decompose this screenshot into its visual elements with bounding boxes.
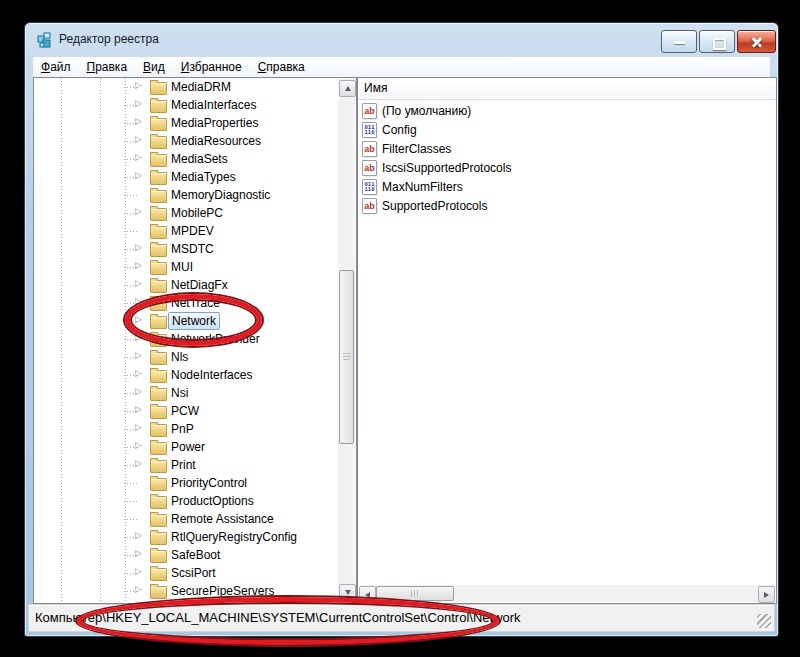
folder-icon (150, 316, 167, 329)
tree-item[interactable]: ▷Nls (34, 348, 338, 366)
folder-icon (150, 244, 167, 257)
expand-arrow-icon[interactable]: ▷ (135, 422, 142, 432)
expand-arrow-icon[interactable]: ▷ (135, 260, 142, 270)
expand-arrow-icon[interactable]: ▷ (135, 170, 142, 180)
folder-icon (150, 406, 167, 419)
expand-arrow-icon[interactable]: ▷ (135, 458, 142, 468)
tree-item[interactable]: ▷MediaInterfaces (34, 96, 338, 114)
menu-item[interactable]: Правка (79, 57, 136, 77)
menu-item[interactable]: Вид (135, 57, 173, 77)
title-bar[interactable]: Редактор реестра (25, 23, 778, 56)
tree-item[interactable]: ▷NetDiagFx (34, 276, 338, 294)
close-button[interactable] (737, 30, 776, 53)
expand-arrow-icon[interactable]: ▷ (135, 152, 142, 162)
folder-icon (150, 370, 167, 383)
tree-item[interactable]: ▷Print (34, 456, 338, 474)
value-row[interactable]: SupportedProtocols (358, 196, 776, 215)
tree-scrollbar-thumb[interactable] (339, 270, 354, 444)
value-row[interactable]: (По умолчанию) (358, 101, 776, 120)
status-bar: Компьютер\HKEY_LOCAL_MACHINE\SYSTEM\Curr… (28, 604, 775, 632)
expand-arrow-icon[interactable]: ▷ (135, 134, 142, 144)
menu-item[interactable]: Избранное (173, 57, 250, 77)
folder-icon (150, 190, 167, 203)
values-horizontal-scrollbar[interactable] (359, 585, 775, 602)
expand-arrow-icon[interactable]: ▷ (135, 296, 142, 306)
tree-item[interactable]: ▷NetTrace (34, 294, 338, 312)
tree-item[interactable]: ▷MediaProperties (34, 114, 338, 132)
tree-item[interactable]: MemoryDiagnostic (34, 186, 338, 204)
expand-arrow-icon[interactable]: ▷ (135, 278, 142, 288)
scroll-right-button[interactable] (758, 586, 775, 603)
value-name: FilterClasses (382, 142, 451, 156)
tree-item[interactable]: MPDEV (34, 222, 338, 240)
scroll-up-button[interactable] (339, 80, 356, 97)
tree-item[interactable]: ▷PCW (34, 402, 338, 420)
expand-arrow-icon[interactable]: ▷ (135, 98, 142, 108)
expand-arrow-icon[interactable]: ▷ (135, 350, 142, 360)
menu-item[interactable]: Справка (250, 57, 313, 77)
tree-item[interactable]: ▷MediaSets (34, 150, 338, 168)
tree-item[interactable]: ProductOptions (34, 492, 338, 510)
expand-arrow-icon[interactable]: ▷ (135, 566, 142, 576)
expand-arrow-icon[interactable]: ▷ (135, 314, 142, 324)
expand-arrow-icon[interactable]: ▷ (135, 332, 142, 342)
expand-arrow-icon[interactable]: ▷ (135, 530, 142, 540)
expand-arrow-icon[interactable]: ▷ (135, 404, 142, 414)
expand-arrow-icon[interactable]: ▷ (135, 80, 142, 90)
folder-icon (150, 586, 167, 599)
tree-item[interactable] (34, 600, 338, 603)
tree-item[interactable]: ▷Power (34, 438, 338, 456)
window-title: Редактор реестра (59, 32, 159, 46)
expand-arrow-icon[interactable]: ▷ (135, 440, 142, 450)
value-row[interactable]: FilterClasses (358, 139, 776, 158)
tree-item[interactable]: ▷MediaDRM (34, 78, 338, 96)
tree-item[interactable]: PriorityControl (34, 474, 338, 492)
value-name: MaxNumFilters (382, 180, 463, 194)
tree-item[interactable]: ▷RtlQueryRegistryConfig (34, 528, 338, 546)
maximize-button[interactable] (699, 30, 735, 53)
tree-item[interactable]: ▷ScsiPort (34, 564, 338, 582)
expand-arrow-icon[interactable]: ▷ (135, 206, 142, 216)
tree-item-label: PCW (171, 404, 199, 418)
string-value-icon (362, 141, 377, 157)
resize-grip[interactable] (757, 614, 771, 628)
tree-item[interactable]: ▷NetworkProvider (34, 330, 338, 348)
tree-item[interactable]: ▷PnP (34, 420, 338, 438)
value-row[interactable]: MaxNumFilters (358, 177, 776, 196)
scroll-left-button[interactable] (359, 586, 376, 603)
value-row[interactable]: IscsiSupportedProtocols (358, 158, 776, 177)
values-scrollbar-thumb[interactable] (376, 586, 454, 601)
column-header-name[interactable]: Имя (358, 78, 776, 100)
scroll-down-button[interactable] (339, 584, 356, 601)
tree-item[interactable]: ▷MSDTC (34, 240, 338, 258)
tree-item[interactable]: ▷SecurePipeServers (34, 582, 338, 600)
tree-vertical-scrollbar[interactable] (338, 79, 355, 602)
tree-connector (124, 231, 137, 232)
folder-icon (150, 514, 167, 527)
folder-icon (150, 118, 167, 131)
tree-item[interactable]: ▷MUI (34, 258, 338, 276)
folder-icon (150, 154, 167, 167)
tree-item[interactable]: ▷SafeBoot (34, 546, 338, 564)
expand-arrow-icon[interactable]: ▷ (135, 548, 142, 558)
tree-item[interactable]: ▷MediaResources (34, 132, 338, 150)
expand-arrow-icon[interactable]: ▷ (135, 116, 142, 126)
expand-arrow-icon[interactable]: ▷ (135, 386, 142, 396)
tree-item[interactable]: ▷NodeInterfaces (34, 366, 338, 384)
tree-item[interactable]: ▷Nsi (34, 384, 338, 402)
tree-item-label: Network (168, 312, 220, 330)
tree-item-label: MediaResources (171, 134, 261, 148)
expand-arrow-icon[interactable]: ▷ (135, 584, 142, 594)
value-list: (По умолчанию)ConfigFilterClassesIscsiSu… (358, 101, 776, 215)
tree-item-network[interactable]: ▷Network (34, 312, 338, 330)
tree-item-label: SafeBoot (171, 548, 220, 562)
tree-item[interactable]: Remote Assistance (34, 510, 338, 528)
tree-item-label: MediaTypes (171, 170, 236, 184)
minimize-button[interactable] (661, 30, 697, 53)
tree-item[interactable]: ▷MediaTypes (34, 168, 338, 186)
tree-item[interactable]: ▷MobilePC (34, 204, 338, 222)
menu-item[interactable]: Файл (33, 57, 79, 77)
value-row[interactable]: Config (358, 120, 776, 139)
expand-arrow-icon[interactable]: ▷ (135, 368, 142, 378)
expand-arrow-icon[interactable]: ▷ (135, 242, 142, 252)
